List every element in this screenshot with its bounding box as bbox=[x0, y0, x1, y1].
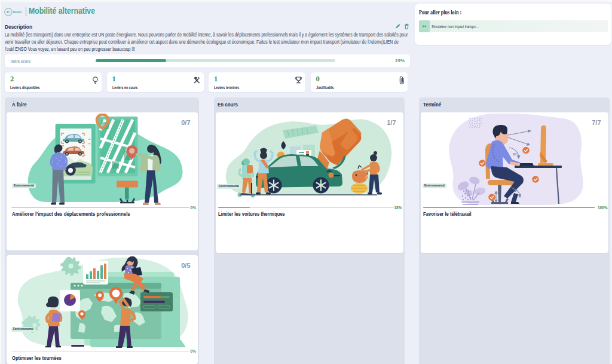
svg-text:90°: 90° bbox=[513, 153, 517, 156]
svg-text:90°: 90° bbox=[513, 189, 518, 192]
